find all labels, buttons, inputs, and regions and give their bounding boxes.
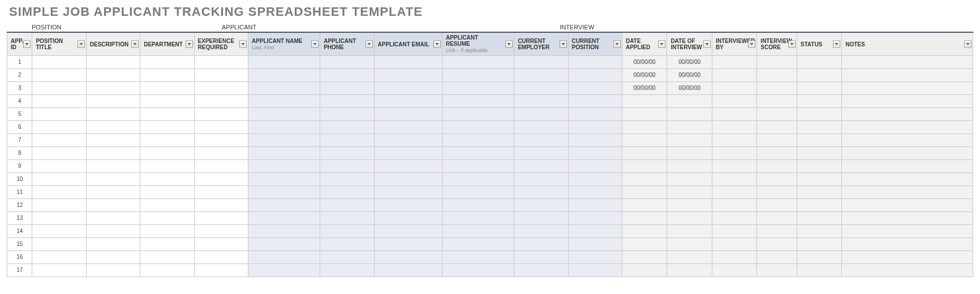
- cell-description[interactable]: [87, 95, 140, 108]
- cell-app_phone[interactable]: [320, 251, 374, 264]
- filter-date_interview[interactable]: [703, 41, 711, 48]
- cell-description[interactable]: [87, 82, 140, 95]
- cell-notes[interactable]: [842, 264, 973, 277]
- cell-app_email[interactable]: [375, 238, 442, 251]
- cell-app_phone[interactable]: [320, 147, 374, 160]
- cell-department[interactable]: [140, 173, 194, 186]
- cell-interview_score[interactable]: [757, 134, 797, 147]
- filter-date_applied[interactable]: [658, 41, 665, 48]
- cell-department[interactable]: [140, 186, 194, 199]
- cell-department[interactable]: [140, 56, 194, 69]
- cell-app_email[interactable]: [375, 212, 442, 225]
- cell-department[interactable]: [140, 108, 194, 121]
- cell-date_applied[interactable]: [622, 212, 667, 225]
- cell-app_phone[interactable]: [320, 95, 374, 108]
- cell-interview_by[interactable]: [712, 264, 757, 277]
- cell-app_resume[interactable]: [442, 238, 514, 251]
- cell-app_email[interactable]: [375, 134, 442, 147]
- cell-interview_by[interactable]: [712, 69, 757, 82]
- cell-description[interactable]: [87, 251, 140, 264]
- cell-app_email[interactable]: [375, 199, 442, 212]
- cell-position_title[interactable]: [32, 186, 86, 199]
- cell-date_applied[interactable]: 00/00/00: [622, 82, 667, 95]
- cell-interview_by[interactable]: [712, 56, 757, 69]
- cell-interview_score[interactable]: [757, 82, 797, 95]
- cell-date_interview[interactable]: [667, 238, 712, 251]
- cell-experience[interactable]: [195, 82, 248, 95]
- cell-cur_position[interactable]: [569, 69, 622, 82]
- cell-cur_position[interactable]: [569, 199, 622, 212]
- cell-app_email[interactable]: [375, 147, 442, 160]
- cell-interview_score[interactable]: [757, 173, 797, 186]
- cell-app_id[interactable]: 6: [7, 121, 32, 134]
- cell-interview_by[interactable]: [712, 147, 757, 160]
- cell-interview_by[interactable]: [712, 212, 757, 225]
- cell-description[interactable]: [87, 56, 140, 69]
- cell-app_resume[interactable]: [442, 212, 514, 225]
- cell-app_name[interactable]: [248, 95, 320, 108]
- cell-app_id[interactable]: 1: [7, 56, 32, 69]
- cell-position_title[interactable]: [32, 199, 86, 212]
- cell-app_email[interactable]: [375, 121, 442, 134]
- cell-status[interactable]: [797, 238, 842, 251]
- cell-interview_by[interactable]: [712, 82, 757, 95]
- cell-interview_score[interactable]: [757, 108, 797, 121]
- cell-date_applied[interactable]: [622, 251, 667, 264]
- cell-status[interactable]: [797, 69, 842, 82]
- filter-description[interactable]: [131, 41, 139, 48]
- cell-cur_position[interactable]: [569, 173, 622, 186]
- cell-app_name[interactable]: [248, 251, 320, 264]
- cell-app_name[interactable]: [248, 264, 320, 277]
- cell-interview_score[interactable]: [757, 95, 797, 108]
- cell-app_id[interactable]: 13: [7, 212, 32, 225]
- cell-experience[interactable]: [195, 238, 248, 251]
- cell-interview_by[interactable]: [712, 160, 757, 173]
- cell-notes[interactable]: [842, 173, 973, 186]
- cell-app_resume[interactable]: [442, 69, 514, 82]
- cell-interview_score[interactable]: [757, 160, 797, 173]
- cell-app_email[interactable]: [375, 173, 442, 186]
- cell-app_id[interactable]: 17: [7, 264, 32, 277]
- cell-app_resume[interactable]: [442, 160, 514, 173]
- cell-date_interview[interactable]: [667, 251, 712, 264]
- cell-app_email[interactable]: [375, 56, 442, 69]
- cell-interview_by[interactable]: [712, 251, 757, 264]
- cell-position_title[interactable]: [32, 251, 86, 264]
- cell-app_name[interactable]: [248, 212, 320, 225]
- cell-app_phone[interactable]: [320, 56, 374, 69]
- cell-date_applied[interactable]: [622, 225, 667, 238]
- cell-app_name[interactable]: [248, 108, 320, 121]
- cell-notes[interactable]: [842, 160, 973, 173]
- cell-department[interactable]: [140, 69, 194, 82]
- cell-cur_employer[interactable]: [514, 251, 568, 264]
- cell-cur_employer[interactable]: [514, 225, 568, 238]
- cell-date_interview[interactable]: [667, 186, 712, 199]
- cell-app_id[interactable]: 4: [7, 95, 32, 108]
- cell-date_applied[interactable]: [622, 95, 667, 108]
- cell-status[interactable]: [797, 173, 842, 186]
- cell-app_resume[interactable]: [442, 134, 514, 147]
- filter-notes[interactable]: [964, 41, 972, 48]
- cell-status[interactable]: [797, 199, 842, 212]
- cell-app_email[interactable]: [375, 69, 442, 82]
- cell-date_interview[interactable]: [667, 225, 712, 238]
- cell-experience[interactable]: [195, 56, 248, 69]
- cell-app_resume[interactable]: [442, 199, 514, 212]
- cell-app_id[interactable]: 14: [7, 225, 32, 238]
- cell-notes[interactable]: [842, 56, 973, 69]
- cell-status[interactable]: [797, 56, 842, 69]
- cell-description[interactable]: [87, 69, 140, 82]
- cell-department[interactable]: [140, 238, 194, 251]
- cell-interview_by[interactable]: [712, 238, 757, 251]
- cell-experience[interactable]: [195, 134, 248, 147]
- cell-department[interactable]: [140, 82, 194, 95]
- col-header-status[interactable]: STATUS: [797, 33, 842, 56]
- cell-date_interview[interactable]: [667, 95, 712, 108]
- col-header-notes[interactable]: NOTES: [842, 33, 973, 56]
- cell-description[interactable]: [87, 264, 140, 277]
- col-header-cur_employer[interactable]: CURRENT EMPLOYER: [514, 33, 568, 56]
- cell-experience[interactable]: [195, 108, 248, 121]
- cell-experience[interactable]: [195, 69, 248, 82]
- cell-interview_score[interactable]: [757, 238, 797, 251]
- cell-interview_by[interactable]: [712, 121, 757, 134]
